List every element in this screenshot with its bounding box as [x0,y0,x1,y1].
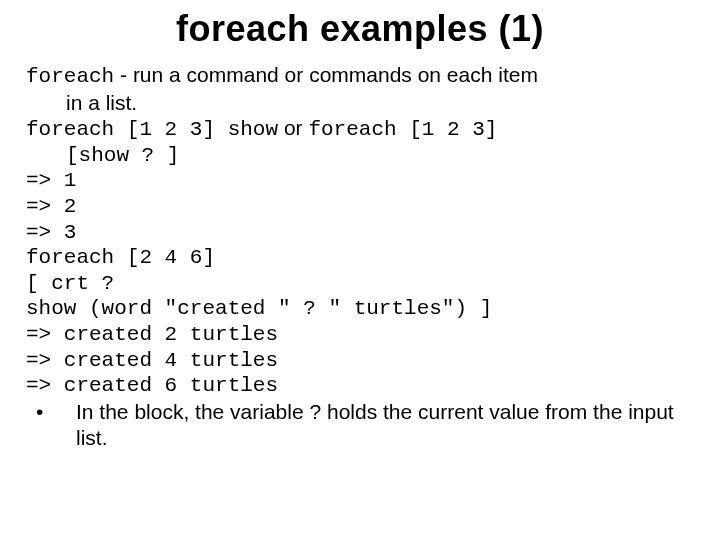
bullet-item: • In the block, the variable ? holds the… [26,399,694,450]
slide-body: foreach - run a command or commands on e… [20,62,700,450]
code-line-6: foreach [2 4 6] [26,245,694,271]
code-l1-or: or [278,116,308,139]
desc-line-2: in a list. [26,90,694,116]
keyword-foreach: foreach [26,65,114,88]
code-line-4: => 2 [26,194,694,220]
code-line-3: => 1 [26,168,694,194]
slide-title: foreach examples (1) [20,8,700,50]
slide: foreach examples (1) foreach - run a com… [0,0,720,540]
code-line-9: => created 2 turtles [26,322,694,348]
bullet-dot-icon: • [26,399,76,425]
code-line-1: foreach [1 2 3] show or foreach [1 2 3] [26,115,694,143]
desc-line-1: foreach - run a command or commands on e… [26,62,694,90]
code-line-5: => 3 [26,220,694,246]
code-line-8: show (word "created " ? " turtles") ] [26,296,694,322]
code-l1b: foreach [1 2 3] [308,118,497,141]
bullet-text: In the block, the variable ? holds the c… [76,399,694,450]
code-l1a: foreach [1 2 3] show [26,118,278,141]
desc-rest-1: - run a command or commands on each item [114,63,538,86]
code-line-11: => created 6 turtles [26,373,694,399]
code-line-7: [ crt ? [26,271,694,297]
code-line-10: => created 4 turtles [26,348,694,374]
code-line-2: [show ? ] [26,143,694,169]
